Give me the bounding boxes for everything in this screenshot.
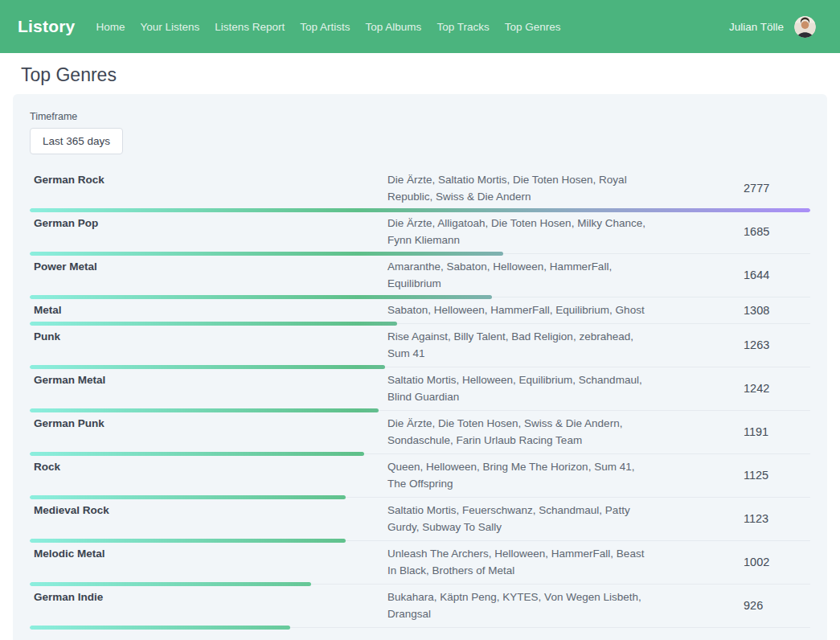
listen-count: 1125	[653, 469, 810, 482]
nav-item-top-artists[interactable]: Top Artists	[300, 21, 350, 33]
main-content: Top Genres Timeframe Last 365 days Germa…	[0, 64, 840, 640]
nav-item-top-albums[interactable]: Top Albums	[366, 21, 422, 33]
genre-row: German Rock Die Ärzte, Saltatio Mortis, …	[30, 167, 810, 211]
nav-item-listens-report[interactable]: Listens Report	[215, 21, 285, 33]
genre-name: German Metal	[30, 371, 387, 405]
artist-list: Rise Against, Billy Talent, Bad Religion…	[387, 328, 653, 362]
nav-item-your-listens[interactable]: Your Listens	[140, 21, 199, 33]
genre-table: German Rock Die Ärzte, Saltatio Mortis, …	[30, 167, 810, 628]
artist-list: Sabaton, Helloween, HammerFall, Equilibr…	[387, 302, 653, 318]
listen-count: 1191	[653, 425, 810, 438]
genre-name: German Punk	[30, 415, 387, 449]
genre-row: Power Metal Amaranthe, Sabaton, Hellowee…	[30, 254, 810, 297]
user-menu: Julian Tölle	[729, 16, 816, 38]
listen-count: 1644	[653, 269, 810, 281]
genre-row: Punk Rise Against, Billy Talent, Bad Rel…	[30, 324, 810, 367]
artist-list: Die Ärzte, Saltatio Mortis, Die Toten Ho…	[387, 171, 653, 205]
listen-count: 1123	[653, 512, 810, 525]
artist-list: Bukahara, Käptn Peng, KYTES, Von Wegen L…	[387, 589, 653, 622]
artist-list: Saltatio Mortis, Helloween, Equilibrium,…	[387, 371, 653, 405]
listen-count: 1685	[653, 225, 810, 238]
genre-name: Punk	[30, 328, 387, 362]
artist-list: Amaranthe, Sabaton, Helloween, HammerFal…	[387, 258, 653, 292]
genre-row: Medieval Rock Saltatio Mortis, Feuerschw…	[30, 498, 810, 541]
main-nav: Home Your Listens Listens Report Top Art…	[96, 21, 560, 33]
artist-list: Die Ärzte, Die Toten Hosen, Swiss & Die …	[387, 415, 653, 449]
genre-name: Rock	[30, 458, 387, 492]
listen-count: 2777	[653, 182, 810, 195]
genre-row: Metal Sabaton, Helloween, HammerFall, Eq…	[30, 297, 810, 324]
genre-name: German Rock	[30, 171, 387, 205]
genre-name: Metal	[30, 302, 387, 318]
top-genres-card: Timeframe Last 365 days German Rock Die …	[13, 94, 827, 640]
genre-name: Medieval Rock	[30, 502, 387, 535]
navbar: Listory Home Your Listens Listens Report…	[0, 0, 840, 53]
genre-bar	[30, 626, 810, 630]
timeframe-select[interactable]: Last 365 days	[30, 128, 123, 154]
genre-row: German Punk Die Ärzte, Die Toten Hosen, …	[30, 411, 810, 454]
genre-row: German Metal Saltatio Mortis, Helloween,…	[30, 367, 810, 411]
genre-row: Melodic Metal Unleash The Archers, Hello…	[30, 541, 810, 585]
genre-row: Rock Queen, Helloween, Bring Me The Hori…	[30, 454, 810, 498]
artist-list: Die Ärzte, Alligatoah, Die Toten Hosen, …	[387, 215, 653, 248]
artist-list: Saltatio Mortis, Feuerschwanz, Schandmau…	[387, 502, 653, 535]
listen-count: 1002	[653, 556, 810, 568]
nav-item-home[interactable]: Home	[96, 21, 125, 33]
timeframe-label: Timeframe	[30, 111, 810, 123]
genre-name: German Pop	[30, 215, 387, 248]
genre-name: Melodic Metal	[30, 545, 387, 579]
listen-count: 1308	[653, 304, 810, 317]
user-avatar-icon[interactable]	[794, 16, 816, 38]
app-logo[interactable]: Listory	[18, 17, 75, 36]
user-name[interactable]: Julian Tölle	[729, 21, 784, 33]
genre-name: Power Metal	[30, 258, 387, 292]
nav-item-top-genres[interactable]: Top Genres	[505, 21, 561, 33]
page-title: Top Genres	[21, 64, 827, 86]
genre-row: German Indie Bukahara, Käptn Peng, KYTES…	[30, 585, 810, 628]
listen-count: 1242	[653, 382, 810, 395]
genre-row: German Pop Die Ärzte, Alligatoah, Die To…	[30, 211, 810, 254]
genre-name: German Indie	[30, 589, 387, 622]
artist-list: Unleash The Archers, Helloween, HammerFa…	[387, 545, 653, 579]
artist-list: Queen, Helloween, Bring Me The Horizon, …	[387, 458, 653, 492]
listen-count: 1263	[653, 338, 810, 351]
nav-item-top-tracks[interactable]: Top Tracks	[436, 21, 489, 33]
listen-count: 926	[653, 599, 810, 612]
